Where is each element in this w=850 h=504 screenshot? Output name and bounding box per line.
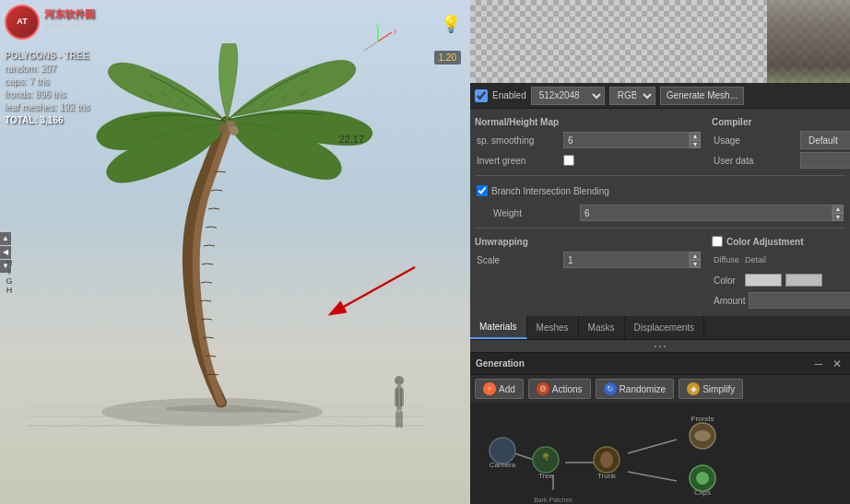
svg-point-18 bbox=[395, 376, 404, 385]
enabled-label: Enabled bbox=[492, 90, 526, 100]
human-silhouette bbox=[391, 375, 407, 432]
svg-rect-22 bbox=[395, 411, 399, 428]
invert-green-label: Invert green bbox=[477, 156, 560, 166]
generation-panel: Generation ─ ✕ + Add ⚙ Actions ↻ Randomi… bbox=[470, 352, 850, 504]
tab-masks[interactable]: Masks bbox=[579, 316, 625, 339]
svg-line-4 bbox=[364, 41, 378, 51]
amount-label: Amount bbox=[714, 296, 745, 306]
nav-left-arrow[interactable]: ◀ bbox=[0, 246, 11, 259]
weight-row: Weight 6 ▲ ▼ bbox=[475, 203, 845, 223]
toolbar-row: Enabled 512x2048 RGB Generate Mesh... bbox=[470, 83, 850, 109]
scale-row: Scale 1 ▲ ▼ bbox=[475, 250, 702, 270]
scroll-dots: • • • bbox=[470, 340, 850, 352]
svg-text:X: X bbox=[394, 28, 396, 36]
svg-point-44 bbox=[696, 472, 709, 485]
generation-title: Generation bbox=[476, 358, 525, 369]
branch-intersection-checkbox[interactable] bbox=[477, 185, 488, 196]
scale-spinner[interactable]: 1 ▲ ▼ bbox=[563, 252, 701, 268]
usage-dropdown[interactable]: Default bbox=[800, 131, 850, 149]
invert-green-checkbox[interactable] bbox=[563, 155, 574, 166]
generation-close-btn[interactable]: ✕ bbox=[830, 357, 844, 370]
enabled-checkbox[interactable] bbox=[475, 89, 488, 102]
smoothing-input[interactable]: 6 bbox=[563, 132, 690, 148]
generation-header: Generation ─ ✕ bbox=[470, 353, 850, 375]
generate-mesh-button[interactable]: Generate Mesh... bbox=[660, 87, 744, 105]
detail-label: Detail bbox=[745, 255, 766, 264]
svg-line-0 bbox=[378, 32, 392, 41]
add-button[interactable]: + Add bbox=[475, 379, 524, 399]
svg-text:Bark Patches: Bark Patches bbox=[534, 497, 573, 503]
diffuse-label: Diffuse bbox=[714, 255, 741, 264]
invert-green-row: Invert green bbox=[475, 150, 702, 170]
gen-toolbar: + Add ⚙ Actions ↻ Randomize ◆ Simplify bbox=[470, 375, 850, 403]
svg-rect-23 bbox=[399, 411, 403, 428]
randomize-icon: ↻ bbox=[604, 382, 617, 395]
user-data-row: User data bbox=[712, 150, 850, 170]
branch-intersection-label: Branch Intersection Blending bbox=[491, 186, 609, 196]
nav-down-arrow[interactable]: ▼ bbox=[0, 260, 11, 273]
actions-button[interactable]: ⚙ Actions bbox=[528, 379, 591, 399]
generation-minimize-btn[interactable]: ─ bbox=[811, 357, 825, 370]
simplify-icon: ◆ bbox=[687, 382, 700, 395]
tab-meshes[interactable]: Meshes bbox=[527, 316, 579, 339]
smoothing-label: sp. smoothing bbox=[477, 135, 560, 146]
diffuse-color-swatch[interactable] bbox=[745, 274, 782, 287]
lamp-icon: 💡 bbox=[441, 14, 461, 34]
randomize-button[interactable]: ↻ Randomize bbox=[596, 379, 675, 399]
svg-point-41 bbox=[694, 430, 711, 441]
3d-viewport[interactable]: AT 河东软件园 www.0359.cn POLYGONS - TREE ran… bbox=[0, 0, 470, 504]
simplify-button[interactable]: ◆ Simplify bbox=[679, 379, 743, 399]
usage-label: Usage bbox=[714, 135, 797, 146]
svg-rect-20 bbox=[395, 388, 398, 406]
svg-rect-21 bbox=[400, 388, 404, 406]
smoothing-row: sp. smoothing 6 ▲ ▼ bbox=[475, 130, 702, 150]
company-name: 河东软件园 www.0359.cn bbox=[44, 7, 95, 30]
resolution-dropdown[interactable]: 512x2048 bbox=[531, 87, 605, 105]
tab-materials[interactable]: Materials bbox=[470, 316, 527, 339]
scale-down-btn[interactable]: ▼ bbox=[690, 260, 701, 268]
tab-displacements[interactable]: Displacements bbox=[625, 316, 705, 339]
weight-spinner[interactable]: 6 ▲ ▼ bbox=[580, 205, 844, 221]
properties-panel: Normal/Height Map sp. smoothing 6 ▲ ▼ bbox=[470, 109, 850, 316]
diffuse-detail-row: Diffuse Detail bbox=[712, 250, 850, 270]
normal-height-map-label: Normal/Height Map bbox=[475, 117, 559, 127]
smoothing-spinner[interactable]: 6 ▲ ▼ bbox=[563, 132, 701, 148]
svg-point-37 bbox=[600, 451, 613, 468]
detail-color-swatch[interactable] bbox=[785, 274, 822, 287]
amount-row: Amount 0 ▲ ▼ 0 ▲ ▼ bbox=[712, 290, 850, 311]
amount-diffuse-spinner[interactable]: 0 ▲ ▼ bbox=[749, 292, 850, 309]
nav-up-arrow[interactable]: ▲ bbox=[0, 232, 11, 245]
svg-text:Z: Z bbox=[375, 23, 380, 29]
amount-diffuse-input[interactable]: 0 bbox=[749, 292, 850, 309]
svg-text:Camera: Camera bbox=[490, 461, 516, 469]
axis-indicator: X Z bbox=[360, 23, 396, 62]
svg-text:Fronds: Fronds bbox=[691, 415, 714, 423]
add-icon: + bbox=[483, 382, 496, 395]
tabs-row: Materials Meshes Masks Displacements bbox=[470, 316, 850, 340]
nav-arrows[interactable]: ▲ ◀ ▼ bbox=[0, 232, 11, 273]
measurement-label: 22.17 bbox=[338, 134, 364, 145]
scale-label: Scale bbox=[477, 255, 560, 265]
logo-badge: AT bbox=[5, 5, 40, 40]
user-data-label: User data bbox=[714, 156, 797, 166]
svg-text:Tree: Tree bbox=[538, 472, 554, 480]
branch-intersection-row: Branch Intersection Blending bbox=[475, 181, 845, 201]
color-adjustment-checkbox[interactable] bbox=[712, 236, 723, 247]
svg-line-28 bbox=[628, 440, 677, 453]
usage-row: Usage Default bbox=[712, 130, 850, 150]
color-mode-dropdown[interactable]: RGB bbox=[609, 87, 655, 105]
weight-up-btn[interactable]: ▲ bbox=[832, 205, 844, 213]
version-badge: 1.20 bbox=[434, 51, 461, 64]
weight-down-btn[interactable]: ▼ bbox=[832, 213, 844, 221]
scale-input[interactable]: 1 bbox=[563, 252, 690, 268]
svg-point-31 bbox=[490, 438, 515, 463]
scale-up-btn[interactable]: ▲ bbox=[690, 252, 701, 260]
node-graph[interactable]: Camera 🌴 Tree Trunk Fronds bbox=[470, 403, 850, 504]
weight-input[interactable]: 6 bbox=[580, 205, 832, 221]
smoothing-up-btn[interactable]: ▲ bbox=[690, 132, 701, 140]
svg-point-7 bbox=[218, 123, 228, 133]
user-data-input[interactable] bbox=[800, 152, 850, 169]
smoothing-down-btn[interactable]: ▼ bbox=[690, 140, 701, 148]
color-adjustment-label: Color Adjustment bbox=[726, 237, 804, 247]
actions-icon: ⚙ bbox=[537, 382, 549, 395]
